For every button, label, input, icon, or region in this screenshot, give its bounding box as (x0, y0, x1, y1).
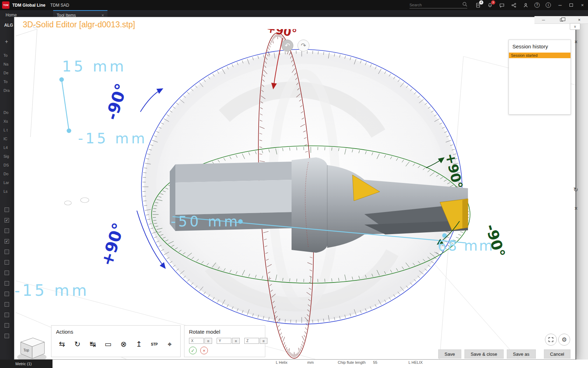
sidebar-checkbox[interactable] (5, 218, 9, 223)
redo-button[interactable]: ↷ (298, 40, 309, 52)
axis-z-field[interactable]: Z (244, 338, 259, 344)
documents-icon[interactable]: 4 (475, 2, 481, 8)
axis-group-z: Z ≡ (244, 338, 267, 344)
settings-button[interactable]: ⚙ (558, 334, 570, 346)
sidebar-field-label: Ls (4, 187, 9, 196)
table-cell: L HELIX (408, 360, 423, 364)
search-icon[interactable] (462, 2, 467, 8)
session-history-title: Session history (509, 40, 570, 53)
share-icon[interactable] (511, 2, 517, 8)
rotate-icon[interactable]: ↻ (71, 338, 84, 350)
swap-direction-icon[interactable]: ⇆ (56, 338, 68, 350)
dimension-handle[interactable] (67, 129, 71, 133)
edge-close-icon[interactable]: × (574, 39, 578, 45)
user-icon[interactable] (523, 2, 528, 8)
sidebar-checkbox[interactable] (5, 323, 9, 328)
rotate-model-panel: Rotate model X ≡ Y ≡ Z ≡ ✓ × (184, 325, 265, 357)
chat-icon[interactable] (499, 2, 505, 8)
export-stp-icon[interactable]: STP (148, 338, 161, 350)
view-cube[interactable]: Top (17, 338, 47, 360)
add-icon[interactable]: + (5, 39, 8, 45)
axis-row: X ≡ Y ≡ Z ≡ (184, 335, 265, 344)
sidebar-field-label: L t (4, 126, 9, 135)
dialog-restore-button[interactable] (560, 18, 563, 22)
view-origin-icon[interactable]: ⌖ (163, 338, 176, 350)
session-history-entry[interactable]: Session started (509, 53, 570, 58)
save-as-button[interactable]: Save as (507, 349, 536, 359)
remove-icon[interactable]: ⊗ (117, 338, 130, 350)
collapsed-dropdown-button[interactable]: ∨ (570, 23, 580, 30)
window-maximize-button[interactable] (566, 0, 577, 10)
sidebar-field-label: Do (4, 108, 9, 117)
confirm-row: ✓ × (184, 344, 265, 354)
confirm-rotation-button[interactable]: ✓ (189, 347, 197, 354)
sidebar-checkbox[interactable] (5, 250, 9, 254)
fullscreen-icon (548, 337, 554, 342)
window-minimize-button[interactable]: ─ (554, 0, 566, 10)
sidebar-section-labels: ToNaDeToDra (4, 51, 10, 95)
info-icon[interactable]: i (546, 2, 551, 8)
fullscreen-button[interactable] (545, 334, 557, 346)
axis-x-menu-icon[interactable]: ≡ (204, 338, 212, 344)
axis-y-field[interactable]: Y (217, 338, 231, 344)
search-input[interactable] (410, 3, 461, 7)
unit-status[interactable]: Metric (1) (0, 360, 52, 368)
sidebar-checkbox[interactable] (5, 281, 9, 286)
sidebar-field-label: Xs (4, 117, 9, 126)
sidebar-field-label: Sig (4, 152, 9, 161)
sidebar-checkbox[interactable] (5, 260, 9, 265)
actions-button-row: ⇆↻↹▭⊗↥STP⌖ (51, 335, 180, 350)
dialog-minimize-button[interactable]: ─ (542, 18, 545, 22)
action-glyph: ▭ (105, 340, 112, 348)
sidebar-checkbox[interactable] (5, 302, 9, 307)
window-close-button[interactable]: × (577, 0, 588, 10)
cancel-button[interactable]: Cancel (544, 349, 570, 359)
underlying-bottom-strip: Metric (1) L HelixmmChip flute length55L… (0, 360, 588, 368)
edge-refresh-icon[interactable]: ↻ (573, 186, 578, 193)
action-glyph: ↹ (90, 340, 96, 348)
notifications-icon[interactable]: 3 (487, 2, 493, 8)
undo-button[interactable]: ↶ (281, 40, 293, 52)
sidebar-field-labels: DoXsL tICL4SigDSDoLarLs (4, 108, 9, 196)
sidebar-checkbox[interactable] (5, 207, 9, 212)
edge-close-icon-2[interactable]: × (574, 205, 578, 212)
align-axis-icon[interactable]: ↹ (86, 338, 99, 350)
action-glyph: ↥ (136, 340, 142, 348)
sidebar-checkbox[interactable] (5, 313, 9, 317)
dimension-center: -50 mm (171, 213, 240, 230)
sidebar-field-label: DS (4, 161, 9, 170)
app-titlebar: TDM TDM Global Line TDM SAD 4 3 (0, 0, 588, 10)
save-close-button[interactable]: Save & close (464, 349, 504, 359)
cylinder-icon[interactable]: ▭ (102, 338, 114, 350)
titlebar-icons: 4 3 ? i (475, 2, 551, 8)
axis-z-menu-icon[interactable]: ≡ (260, 338, 267, 344)
documents-badge: 4 (479, 0, 483, 5)
help-icon[interactable]: ? (534, 2, 540, 8)
product-name: TDM SAD (50, 3, 69, 8)
sidebar-checkbox[interactable] (5, 334, 9, 338)
sidebar-checkbox[interactable] (5, 239, 9, 244)
sidebar-checkbox[interactable] (5, 271, 9, 275)
import-icon[interactable]: ↥ (133, 338, 145, 350)
save-button[interactable]: Save (438, 349, 461, 359)
action-glyph: ↻ (74, 340, 80, 348)
global-search[interactable] (410, 2, 467, 8)
info-glyph: i (548, 3, 548, 7)
axis-y-menu-icon[interactable]: ≡ (232, 338, 240, 344)
help-glyph: ? (536, 3, 538, 7)
actions-panel-title: Actions (51, 326, 180, 335)
dimension-right: 68 mm (438, 238, 494, 254)
action-glyph: ⌖ (168, 340, 172, 348)
notifications-badge: 3 (491, 0, 495, 5)
sidebar-checkbox[interactable] (5, 229, 9, 233)
tdm-logo-icon: TDM (2, 1, 9, 9)
cancel-rotation-button[interactable]: × (200, 347, 208, 354)
sidebar-checkbox[interactable] (5, 292, 9, 296)
brand-name: TDM Global Line (12, 3, 46, 8)
axis-x-field[interactable]: X (189, 338, 204, 344)
dialog-close-button[interactable]: × (578, 18, 581, 22)
sidebar-label: To (4, 51, 10, 60)
dialog-window-controls: ─ × (534, 16, 588, 24)
dimension-handle[interactable] (59, 77, 64, 82)
session-history-panel: Session history Session started (509, 40, 571, 115)
